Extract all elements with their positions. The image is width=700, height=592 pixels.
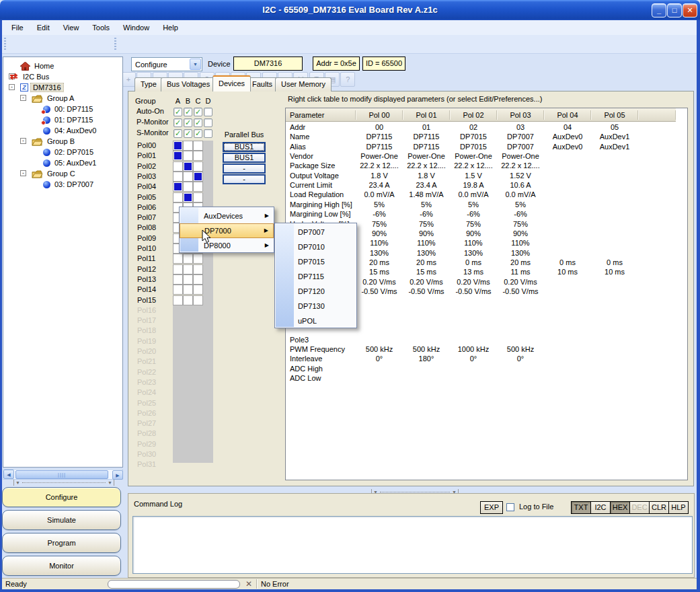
menu-help[interactable]: Help	[156, 22, 185, 34]
pol14-B-cell[interactable]	[183, 285, 193, 295]
pol11-B-cell[interactable]	[183, 254, 193, 264]
clear-error-icon[interactable]: ✕	[243, 579, 254, 589]
left-splitter[interactable]: ▼▼	[13, 480, 114, 486]
tree-item-03-dp7007[interactable]: 03: DP7007	[43, 179, 95, 190]
chevron-down-icon[interactable]: ▼	[190, 59, 201, 70]
submenu-item-dp7115[interactable]: DP7115	[275, 269, 356, 284]
pol01-A-cell[interactable]	[173, 151, 183, 161]
log-format-i2c-button[interactable]: I2C	[590, 501, 611, 514]
tree-item-00-dp7115[interactable]: 00: DP7115	[43, 104, 95, 114]
pol03-A-cell[interactable]	[173, 172, 183, 182]
tree-item-group-a[interactable]: Group A	[32, 93, 76, 104]
tab-user-memory[interactable]: User Memory	[275, 77, 332, 91]
bus-slot-0[interactable]: BUS1	[223, 142, 266, 152]
tree-item-dm7316[interactable]: ZDM7316	[20, 82, 64, 93]
tree-item-02-dp7015[interactable]: 02: DP7015	[43, 147, 95, 157]
tab-devices[interactable]: Devices	[212, 75, 251, 91]
menu-window[interactable]: Window	[116, 22, 156, 34]
scroll-right-icon[interactable]: ▶	[112, 470, 123, 480]
s-monitor-B-checkbox[interactable]: ✓	[184, 129, 192, 138]
export-button[interactable]: EXP	[480, 501, 503, 514]
simulate-button[interactable]: Simulate	[2, 510, 121, 530]
pol14-C-cell[interactable]	[193, 285, 203, 295]
pol15-C-cell[interactable]	[193, 295, 203, 305]
log-format-txt-button[interactable]: TXT	[571, 501, 591, 514]
tree-expander-icon[interactable]: -	[20, 170, 26, 176]
mode-combobox[interactable]: Configure ▼	[131, 57, 202, 71]
pol12-A-cell[interactable]	[173, 264, 183, 274]
title-bar[interactable]: I2C - 65509_DM7316 Eval Board Rev A.z1c …	[0, 0, 700, 20]
tree-item-04-auxdev0[interactable]: 04: AuxDev0	[43, 125, 98, 136]
menu-item-auxdevices[interactable]: AuxDevices▶	[180, 209, 274, 223]
submenu-item-dp7130[interactable]: DP7130	[275, 299, 356, 313]
pol12-C-cell[interactable]	[193, 264, 203, 274]
auto-on-A-checkbox[interactable]: ✓	[173, 108, 182, 116]
bus-slot-3[interactable]: -	[223, 174, 266, 184]
tree-expander-icon[interactable]: -	[20, 138, 26, 144]
pol01-C-cell[interactable]	[193, 151, 203, 161]
p-monitor-C-checkbox[interactable]: ✓	[194, 118, 202, 127]
tab-faults[interactable]: Faults	[246, 77, 278, 91]
s-monitor-D-checkbox[interactable]	[204, 129, 212, 138]
tree-item-05-auxdev1[interactable]: 05: AuxDev1	[43, 157, 98, 168]
p-monitor-B-checkbox[interactable]: ✓	[184, 118, 192, 127]
auto-on-D-checkbox[interactable]	[204, 108, 212, 116]
menu-tools[interactable]: Tools	[85, 22, 116, 34]
tree-expander-icon[interactable]: -	[9, 84, 15, 90]
tree-item-group-c[interactable]: Group C	[32, 168, 77, 179]
pol03-C-cell[interactable]	[193, 172, 203, 182]
bus-slot-2[interactable]: -	[223, 163, 266, 174]
pol14-A-cell[interactable]	[173, 285, 183, 295]
configure-button[interactable]: Configure	[2, 487, 121, 507]
close-button[interactable]: ✕	[683, 3, 697, 17]
minimize-button[interactable]: _	[652, 3, 666, 17]
pol05-C-cell[interactable]	[193, 192, 203, 202]
pol03-B-cell[interactable]	[183, 172, 193, 182]
pol12-B-cell[interactable]	[183, 264, 193, 274]
p-monitor-D-checkbox[interactable]	[204, 118, 212, 127]
log-format-hlp-button[interactable]: HLP	[668, 501, 689, 514]
pol00-A-cell[interactable]	[173, 141, 183, 151]
pol04-C-cell[interactable]	[193, 182, 203, 192]
tree-item-group-b[interactable]: Group B	[32, 136, 77, 147]
pol04-B-cell[interactable]	[183, 182, 193, 192]
pol00-B-cell[interactable]	[183, 141, 193, 151]
auto-on-C-checkbox[interactable]: ✓	[194, 108, 202, 116]
scroll-left-icon[interactable]: ◀	[3, 470, 14, 479]
tree-item-home[interactable]: Home	[20, 61, 56, 71]
pol13-C-cell[interactable]	[193, 274, 203, 285]
tree-item-i2c-bus[interactable]: I2C Bus	[9, 71, 51, 82]
submenu-item-dp7015[interactable]: DP7015	[275, 254, 356, 269]
pol13-B-cell[interactable]	[183, 274, 193, 285]
menu-edit[interactable]: Edit	[30, 22, 56, 34]
log-format-hex-button[interactable]: HEX	[610, 501, 630, 514]
program-button[interactable]: Program	[2, 533, 121, 553]
tab-type[interactable]: Type	[134, 77, 163, 91]
pol02-B-cell[interactable]	[183, 161, 193, 172]
submenu-item-dp7010[interactable]: DP7010	[275, 239, 356, 254]
log-to-file-checkbox[interactable]	[506, 503, 514, 511]
submenu-item-dp7120[interactable]: DP7120	[275, 284, 356, 299]
pol11-A-cell[interactable]	[173, 254, 183, 264]
menu-file[interactable]: File	[5, 22, 30, 34]
bus-slot-1[interactable]: BUS1	[223, 153, 266, 163]
pol01-B-cell[interactable]	[183, 151, 193, 161]
pol00-C-cell[interactable]	[193, 141, 203, 151]
pol02-C-cell[interactable]	[193, 161, 203, 172]
maximize-button[interactable]: □	[667, 3, 682, 17]
menu-view[interactable]: View	[56, 22, 86, 34]
pol13-A-cell[interactable]	[173, 274, 183, 285]
s-monitor-C-checkbox[interactable]: ✓	[194, 129, 202, 138]
pol05-A-cell[interactable]	[173, 192, 183, 202]
pol02-A-cell[interactable]	[173, 161, 183, 172]
submenu-item-upol[interactable]: uPOL	[275, 313, 356, 328]
pol05-B-cell[interactable]	[183, 192, 193, 202]
menu-item-dp7000[interactable]: DP7000▶	[180, 223, 274, 238]
s-monitor-A-checkbox[interactable]: ✓	[173, 129, 182, 138]
tree-item-01-dp7115[interactable]: 01: DP7115	[43, 114, 95, 125]
pol11-C-cell[interactable]	[193, 254, 203, 264]
monitor-button[interactable]: Monitor	[2, 556, 121, 576]
tree-expander-icon[interactable]: -	[20, 95, 26, 101]
pol04-A-cell[interactable]	[173, 182, 183, 192]
log-format-clr-button[interactable]: CLR	[649, 501, 669, 514]
